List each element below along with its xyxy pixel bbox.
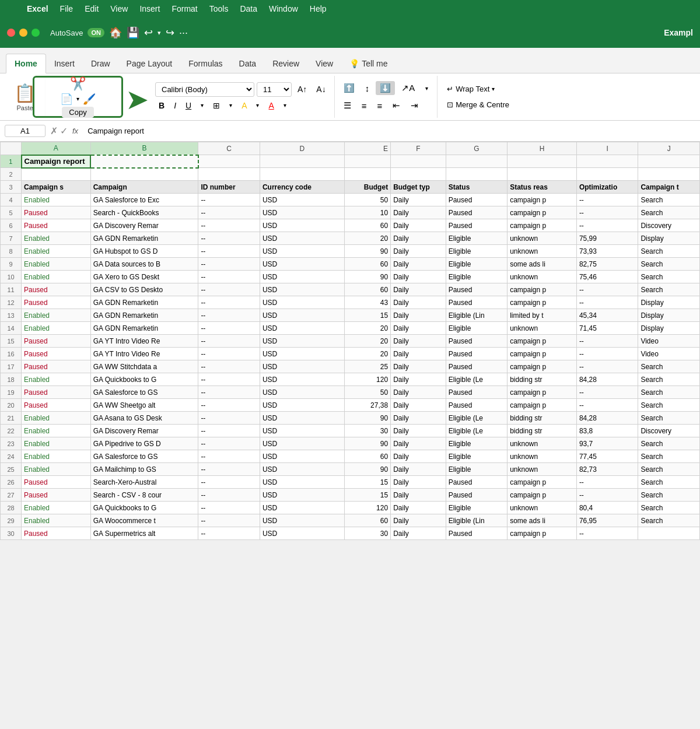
cell-c9[interactable]: -- (198, 258, 260, 271)
cell-f10[interactable]: Daily (391, 271, 446, 283)
cell-h4[interactable]: campaign p (508, 194, 577, 206)
cell-h7[interactable]: unknown (508, 232, 577, 245)
row-header-25[interactable]: 25 (1, 463, 22, 476)
cell-d7[interactable]: USD (260, 232, 344, 245)
cell-f23[interactable]: Daily (391, 437, 446, 450)
cell-e30[interactable]: 30 (344, 527, 390, 540)
cell-i28[interactable]: 80,4 (576, 502, 638, 514)
home-icon[interactable]: 🏠 (109, 26, 122, 39)
cell-e16[interactable]: 20 (344, 348, 390, 360)
cell-j20[interactable]: Search (638, 399, 700, 412)
cell-g5[interactable]: Paused (446, 206, 508, 219)
cell-h30[interactable]: campaign p (508, 527, 577, 540)
cell-g16[interactable]: Paused (446, 348, 508, 360)
tab-home[interactable]: Home (6, 54, 46, 73)
tab-review[interactable]: Review (264, 54, 307, 73)
cell-d18[interactable]: USD (260, 373, 344, 386)
cell-f28[interactable]: Daily (391, 502, 446, 514)
cell-d9[interactable]: USD (260, 258, 344, 271)
cell-e8[interactable]: 90 (344, 245, 390, 258)
cell-d8[interactable]: USD (260, 245, 344, 258)
cell-f24[interactable]: Daily (391, 450, 446, 463)
cell-f29[interactable]: Daily (391, 514, 446, 527)
cell-f2[interactable] (391, 168, 446, 181)
cell-a10[interactable]: Enabled (22, 271, 91, 283)
cell-j8[interactable]: Search (638, 245, 700, 258)
cell-i7[interactable]: 75,99 (576, 232, 638, 245)
orientation-button[interactable]: ↗A (397, 81, 419, 95)
cell-h22[interactable]: bidding str (508, 425, 577, 437)
cell-c23[interactable]: -- (198, 437, 260, 450)
cell-b22[interactable]: GA Discovery Remar (90, 425, 198, 437)
cell-g7[interactable]: Eligible (446, 232, 508, 245)
row-header-30[interactable]: 30 (1, 527, 22, 540)
cell-h2[interactable] (508, 168, 577, 181)
cell-f21[interactable]: Daily (391, 412, 446, 425)
cell-d4[interactable]: USD (260, 194, 344, 206)
cell-d25[interactable]: USD (260, 463, 344, 476)
menu-excel[interactable]: Excel (27, 4, 48, 13)
increase-font-button[interactable]: A↑ (294, 83, 310, 96)
col-header-a[interactable]: A (22, 142, 91, 155)
cell-e25[interactable]: 90 (344, 463, 390, 476)
cell-g17[interactable]: Paused (446, 360, 508, 373)
cell-c15[interactable]: -- (198, 335, 260, 348)
autosave-toggle[interactable]: ON (88, 28, 104, 37)
cell-c19[interactable]: -- (198, 386, 260, 399)
cell-c27[interactable]: -- (198, 489, 260, 502)
cell-a28[interactable]: Enabled (22, 502, 91, 514)
row-header-2[interactable]: 2 (1, 168, 22, 181)
cell-c16[interactable]: -- (198, 348, 260, 360)
cell-i5[interactable]: -- (576, 206, 638, 219)
row-header-23[interactable]: 23 (1, 437, 22, 450)
menu-format[interactable]: Format (172, 4, 197, 13)
cell-d27[interactable]: USD (260, 489, 344, 502)
cell-j9[interactable]: Search (638, 258, 700, 271)
cell-i30[interactable]: -- (576, 527, 638, 540)
cell-g10[interactable]: Eligible (446, 271, 508, 283)
cut-icon[interactable]: ✂️ (70, 76, 86, 92)
cell-e20[interactable]: 27,38 (344, 399, 390, 412)
font-color-button[interactable]: A (265, 99, 277, 112)
cell-d2[interactable] (260, 168, 344, 181)
row-header-18[interactable]: 18 (1, 373, 22, 386)
cell-a2[interactable] (22, 168, 91, 181)
row-header-21[interactable]: 21 (1, 412, 22, 425)
cell-b23[interactable]: GA Pipedrive to GS D (90, 437, 198, 450)
cell-c28[interactable]: -- (198, 502, 260, 514)
cell-e28[interactable]: 120 (344, 502, 390, 514)
cell-g28[interactable]: Eligible (446, 502, 508, 514)
orientation-dropdown[interactable]: ▾ (421, 81, 432, 95)
cell-b12[interactable]: GA GDN Remarketin (90, 296, 198, 309)
menu-data[interactable]: Data (240, 4, 257, 13)
tab-formulas[interactable]: Formulas (180, 54, 230, 73)
cell-a14[interactable]: Enabled (22, 322, 91, 335)
cell-c2[interactable] (198, 168, 260, 181)
cell-i8[interactable]: 73,93 (576, 245, 638, 258)
cell-d28[interactable]: USD (260, 502, 344, 514)
cell-b21[interactable]: GA Asana to GS Desk (90, 412, 198, 425)
cell-b9[interactable]: GA Data sources to B (90, 258, 198, 271)
cell-h25[interactable]: unknown (508, 463, 577, 476)
cell-d19[interactable]: USD (260, 386, 344, 399)
row-header-9[interactable]: 9 (1, 258, 22, 271)
copy-dropdown-icon[interactable]: ▾ (76, 96, 79, 102)
cell-c22[interactable]: -- (198, 425, 260, 437)
cell-i17[interactable]: -- (576, 360, 638, 373)
cell-a29[interactable]: Enabled (22, 514, 91, 527)
cell-f27[interactable]: Daily (391, 489, 446, 502)
cell-g22[interactable]: Eligible (Le (446, 425, 508, 437)
cell-f8[interactable]: Daily (391, 245, 446, 258)
cell-g24[interactable]: Eligible (446, 450, 508, 463)
cell-d30[interactable]: USD (260, 527, 344, 540)
cell-reference-box[interactable] (5, 125, 46, 137)
font-size-select[interactable]: 11 (257, 82, 292, 97)
align-center-button[interactable]: ≡ (358, 99, 371, 113)
cell-f5[interactable]: Daily (391, 206, 446, 219)
cell-d20[interactable]: USD (260, 399, 344, 412)
increase-indent-button[interactable]: ⇥ (407, 99, 422, 113)
cell-j7[interactable]: Display (638, 232, 700, 245)
cell-d29[interactable]: USD (260, 514, 344, 527)
cell-j16[interactable]: Video (638, 348, 700, 360)
font-color-dropdown[interactable]: ▾ (280, 100, 290, 110)
